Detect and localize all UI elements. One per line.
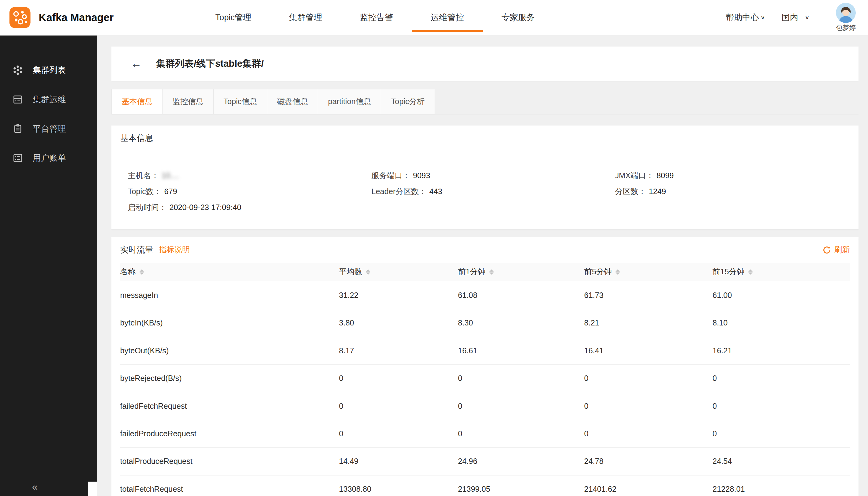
metric-value-cell: 16.61 [458, 337, 584, 365]
grid-panel-icon [12, 94, 23, 105]
sort-icon[interactable] [140, 269, 144, 275]
column-header-avg[interactable]: 平均数 [339, 263, 458, 281]
sort-icon[interactable] [615, 269, 620, 275]
column-header-15min[interactable]: 前15分钟 [712, 263, 850, 281]
nav-ops-control[interactable]: 运维管控 [412, 0, 483, 35]
table-row: byteOut(KB/s) 8.17 16.61 16.41 16.21 [120, 337, 850, 365]
sidebar-collapse-button[interactable]: « [32, 481, 38, 493]
sidebar-item-cluster-ops[interactable]: 集群运维 [0, 85, 97, 114]
metric-value-cell: 14.49 [339, 448, 458, 475]
metric-value-cell: 0 [458, 420, 584, 447]
nav-monitor-alert[interactable]: 监控告警 [341, 0, 412, 35]
scrollbar-thumb[interactable] [88, 482, 97, 496]
user-menu[interactable]: 包梦婷 [836, 3, 856, 32]
metric-name-cell: byteRejected(B/s) [120, 365, 339, 392]
sort-icon[interactable] [489, 269, 494, 275]
realtime-traffic-card: 实时流量 指标说明 刷新 名称 平均数 前1分钟 前5分钟 [111, 237, 859, 496]
sidebar: 集群列表 集群运维 平台管理 用户账单 « [0, 35, 97, 496]
chevron-down-icon: ∨ [805, 15, 809, 21]
sidebar-item-billing[interactable]: 用户账单 [0, 143, 97, 173]
table-row: messageIn 31.22 61.08 61.73 61.00 [120, 281, 850, 309]
table-row: failedProduceRequest 0 0 0 0 [120, 420, 850, 447]
sort-icon[interactable] [366, 269, 370, 275]
sidebar-item-cluster-list[interactable]: 集群列表 [0, 56, 97, 85]
field-topic-count: Topic数： 679 [128, 186, 372, 197]
basic-info-card: 基本信息 主机名： 10.... 服务端口： 9093 JMX端口： 8099 … [111, 125, 859, 230]
metric-name-cell: byteOut(KB/s) [120, 337, 339, 365]
tab-topic-info[interactable]: Topic信息 [213, 89, 268, 114]
tab-partition-info[interactable]: partition信息 [318, 89, 381, 114]
metric-name-cell: failedProduceRequest [120, 420, 339, 447]
sidebar-item-label: 集群列表 [33, 65, 66, 76]
table-row: failedFetchRequest 0 0 0 0 [120, 392, 850, 420]
tab-bar: 基本信息 监控信息 Topic信息 磁盘信息 partition信息 Topic… [111, 89, 859, 114]
metric-value-cell: 0 [584, 392, 713, 420]
column-header-name[interactable]: 名称 [120, 263, 339, 281]
nav-topic-management[interactable]: Topic管理 [196, 0, 270, 35]
metric-value-cell: 0 [339, 365, 458, 392]
table-row: byteRejected(B/s) 0 0 0 0 [120, 365, 850, 392]
metric-name-cell: byteIn(KB/s) [120, 309, 339, 337]
table-header-row: 名称 平均数 前1分钟 前5分钟 前15分钟 [120, 263, 850, 281]
metric-value-cell: 8.10 [712, 309, 850, 337]
metric-value-cell: 8.21 [584, 309, 713, 337]
clipboard-icon [12, 123, 23, 134]
metric-value-cell: 61.08 [458, 281, 584, 309]
metric-name-cell: failedFetchRequest [120, 392, 339, 420]
metric-name-cell: totalFetchRequest [120, 475, 339, 496]
app-logo-icon[interactable] [9, 6, 31, 29]
metric-help-link[interactable]: 指标说明 [159, 245, 190, 255]
field-partition-count: 分区数： 1249 [615, 186, 858, 197]
metric-value-cell: 31.22 [339, 281, 458, 309]
metric-value-cell: 61.73 [584, 281, 713, 309]
metric-value-cell: 0 [339, 392, 458, 420]
sidebar-item-label: 平台管理 [33, 123, 66, 135]
metric-value-cell: 16.21 [712, 337, 850, 365]
traffic-card-header: 实时流量 指标说明 刷新 [111, 237, 859, 263]
metric-value-cell: 16.41 [584, 337, 713, 365]
user-name: 包梦婷 [836, 23, 856, 32]
list-icon [12, 153, 23, 164]
refresh-icon [823, 246, 831, 254]
metric-value-cell: 24.78 [584, 448, 713, 475]
metric-value-cell: 0 [584, 365, 713, 392]
region-select[interactable]: 国内 ∨ [782, 12, 809, 23]
refresh-button[interactable]: 刷新 [823, 245, 850, 255]
sidebar-item-platform[interactable]: 平台管理 [0, 114, 97, 144]
tab-topic-analysis[interactable]: Topic分析 [381, 89, 435, 114]
metric-value-cell: 8.17 [339, 337, 458, 365]
metric-value-cell: 21399.05 [458, 475, 584, 496]
metric-value-cell: 24.96 [458, 448, 584, 475]
metric-value-cell: 0 [712, 420, 850, 447]
nav-expert-service[interactable]: 专家服务 [483, 0, 553, 35]
column-header-5min[interactable]: 前5分钟 [584, 263, 713, 281]
field-hostname: 主机名： 10.... [128, 171, 372, 181]
help-center-menu[interactable]: 帮助中心 ∨ [726, 12, 765, 23]
sidebar-item-label: 用户账单 [33, 153, 66, 164]
chevron-down-icon: ∨ [761, 15, 765, 21]
sort-icon[interactable] [748, 269, 753, 275]
traffic-table: 名称 平均数 前1分钟 前5分钟 前15分钟 messageIn 31.22 6… [120, 263, 850, 496]
tab-monitor-info[interactable]: 监控信息 [162, 89, 214, 114]
metric-value-cell: 21401.62 [584, 475, 713, 496]
metric-value-cell: 0 [339, 420, 458, 447]
top-header: Kafka Manager Topic管理 集群管理 监控告警 运维管控 专家服… [0, 0, 868, 35]
header-right: 帮助中心 ∨ 国内 ∨ 包梦婷 [726, 3, 868, 32]
breadcrumb-bar: ← 集群列表/线下stable集群/ [111, 47, 859, 81]
metric-value-cell: 3.80 [339, 309, 458, 337]
field-start-time: 启动时间： 2020-09-23 17:09:40 [128, 202, 372, 213]
column-header-1min[interactable]: 前1分钟 [458, 263, 584, 281]
tab-disk-info[interactable]: 磁盘信息 [267, 89, 318, 114]
table-row: byteIn(KB/s) 3.80 8.30 8.21 8.10 [120, 309, 850, 337]
page-title: 集群列表/线下stable集群/ [156, 57, 264, 70]
main-content: ← 集群列表/线下stable集群/ 基本信息 监控信息 Topic信息 磁盘信… [97, 35, 868, 496]
honeycomb-icon [12, 65, 23, 76]
nav-cluster-management[interactable]: 集群管理 [270, 0, 341, 35]
metric-value-cell: 0 [458, 392, 584, 420]
sidebar-item-label: 集群运维 [33, 94, 66, 105]
back-button[interactable]: ← [131, 58, 142, 69]
metric-value-cell: 61.00 [712, 281, 850, 309]
avatar[interactable] [836, 3, 856, 23]
tab-basic-info[interactable]: 基本信息 [111, 89, 163, 114]
metric-name-cell: messageIn [120, 281, 339, 309]
